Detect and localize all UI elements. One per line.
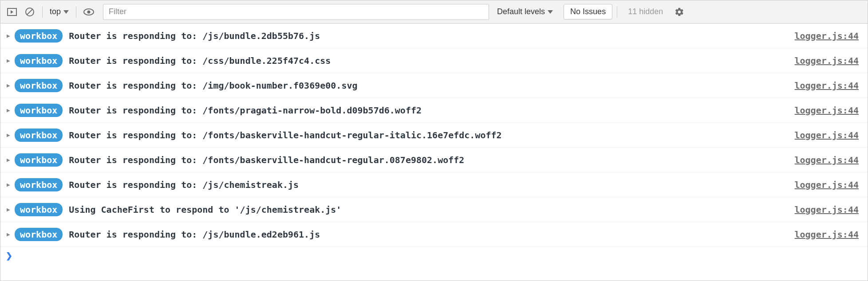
context-selector[interactable]: top — [47, 7, 71, 16]
expand-arrow-icon[interactable]: ▶ — [7, 181, 15, 188]
console-row: ▶workboxRouter is responding to: /fonts/… — [0, 123, 868, 148]
svg-point-5 — [87, 10, 91, 13]
console-messages: ▶workboxRouter is responding to: /js/bun… — [0, 23, 868, 247]
expand-arrow-icon[interactable]: ▶ — [7, 82, 15, 89]
separator — [76, 6, 76, 18]
console-row: ▶workboxRouter is responding to: /img/bo… — [0, 73, 868, 98]
log-message: Router is responding to: /js/bundle.2db5… — [69, 31, 794, 41]
source-link[interactable]: logger.js:44 — [795, 155, 859, 165]
expand-arrow-icon[interactable]: ▶ — [7, 107, 15, 113]
workbox-badge: workbox — [15, 153, 63, 167]
workbox-badge: workbox — [15, 129, 63, 142]
chevron-down-icon — [548, 10, 553, 14]
expand-arrow-icon[interactable]: ▶ — [7, 231, 15, 238]
live-expression-icon[interactable] — [81, 4, 97, 20]
workbox-badge: workbox — [15, 54, 63, 67]
workbox-badge: workbox — [15, 178, 63, 191]
separator — [617, 6, 617, 18]
log-message: Router is responding to: /js/bundle.ed2e… — [69, 229, 794, 240]
console-row: ▶workboxRouter is responding to: /js/bun… — [0, 23, 868, 48]
prompt-caret-icon: ❯ — [6, 251, 12, 261]
log-levels-selector[interactable]: Default levels — [491, 7, 559, 16]
expand-arrow-icon[interactable]: ▶ — [7, 132, 15, 138]
settings-icon[interactable] — [671, 7, 688, 17]
workbox-badge: workbox — [15, 203, 63, 216]
log-message: Router is responding to: /fonts/baskervi… — [69, 155, 794, 165]
log-message: Router is responding to: /fonts/baskervi… — [69, 130, 794, 140]
separator — [42, 6, 43, 18]
source-link[interactable]: logger.js:44 — [795, 55, 859, 66]
log-message: Router is responding to: /css/bundle.225… — [69, 55, 794, 66]
clear-console-icon[interactable] — [22, 4, 38, 20]
context-label: top — [50, 7, 61, 16]
levels-label: Default levels — [497, 7, 545, 16]
source-link[interactable]: logger.js:44 — [795, 105, 859, 116]
expand-arrow-icon[interactable]: ▶ — [7, 32, 15, 39]
expand-arrow-icon[interactable]: ▶ — [7, 156, 15, 163]
console-row: ▶workboxRouter is responding to: /js/bun… — [0, 222, 868, 247]
expand-arrow-icon[interactable]: ▶ — [7, 206, 15, 213]
console-row: ▶workboxRouter is responding to: /fonts/… — [0, 148, 868, 172]
expand-arrow-icon[interactable]: ▶ — [7, 57, 15, 64]
source-link[interactable]: logger.js:44 — [795, 31, 859, 41]
log-message: Router is responding to: /js/chemistreak… — [69, 180, 794, 190]
svg-line-3 — [27, 9, 32, 15]
hidden-messages-link[interactable]: 11 hidden — [622, 7, 669, 16]
source-link[interactable]: logger.js:44 — [795, 80, 859, 91]
log-message: Router is responding to: /fonts/pragati-… — [69, 105, 794, 116]
workbox-badge: workbox — [15, 79, 63, 92]
issues-button[interactable]: No Issues — [564, 4, 612, 20]
console-row: ▶workboxRouter is responding to: /css/bu… — [0, 48, 868, 73]
source-link[interactable]: logger.js:44 — [795, 180, 859, 190]
console-row: ▶workboxUsing CacheFirst to respond to '… — [0, 197, 868, 222]
console-row: ▶workboxRouter is responding to: /fonts/… — [0, 98, 868, 123]
toggle-sidebar-icon[interactable] — [4, 4, 20, 20]
workbox-badge: workbox — [15, 29, 63, 43]
filter-input[interactable] — [103, 4, 489, 20]
workbox-badge: workbox — [15, 228, 63, 241]
workbox-badge: workbox — [15, 104, 63, 117]
source-link[interactable]: logger.js:44 — [795, 130, 859, 140]
source-link[interactable]: logger.js:44 — [795, 229, 859, 240]
console-toolbar: top Default levels No Issues 11 hidden — [0, 0, 868, 23]
chevron-down-icon — [63, 10, 69, 14]
svg-marker-1 — [11, 10, 13, 14]
log-message: Router is responding to: /img/book-numbe… — [69, 80, 794, 91]
console-row: ▶workboxRouter is responding to: /js/che… — [0, 172, 868, 197]
source-link[interactable]: logger.js:44 — [795, 204, 859, 215]
log-message: Using CacheFirst to respond to '/js/chem… — [69, 204, 794, 215]
console-prompt[interactable]: ❯ — [0, 247, 868, 265]
